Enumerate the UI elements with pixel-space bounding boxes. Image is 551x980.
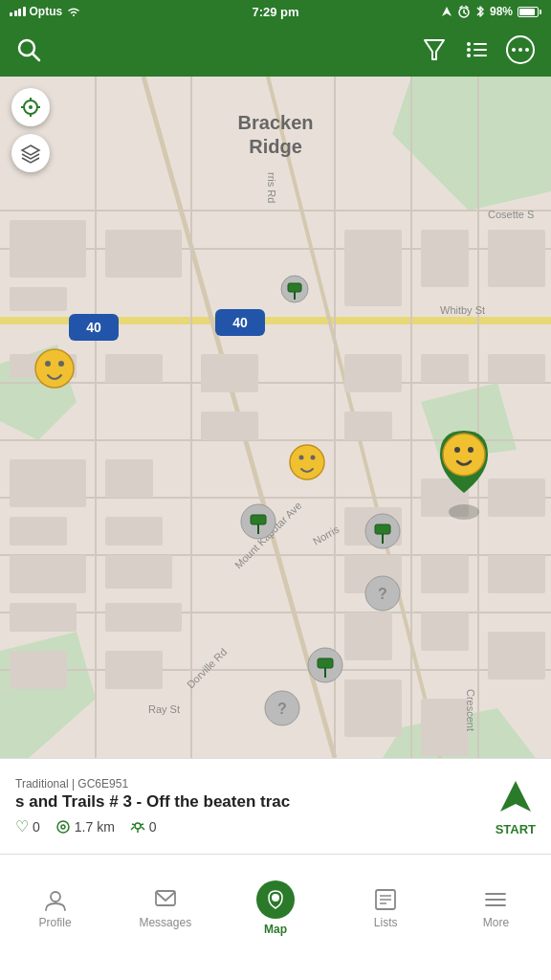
svg-point-110 [311, 456, 316, 460]
svg-rect-57 [344, 230, 402, 306]
distance-value: 1.7 km [75, 819, 115, 835]
svg-rect-54 [105, 651, 163, 689]
more-nav-label: More [483, 916, 509, 929]
svg-rect-73 [488, 632, 545, 679]
svg-text:Ridge: Ridge [249, 136, 302, 157]
svg-line-6 [33, 54, 39, 60]
svg-rect-72 [421, 612, 469, 651]
svg-rect-40 [10, 220, 86, 278]
start-button[interactable]: START [496, 777, 536, 836]
svg-text:Bracken: Bracken [238, 112, 314, 133]
svg-point-127 [135, 823, 141, 829]
nav-item-lists[interactable]: Lists [331, 878, 441, 939]
favorites-stat: ♡ 0 [15, 817, 40, 835]
svg-rect-74 [421, 699, 469, 756]
svg-line-129 [131, 827, 134, 830]
nav-item-messages[interactable]: Messages [110, 878, 220, 939]
status-bar: Optus 7:29 pm 98% [0, 0, 551, 23]
svg-rect-52 [105, 555, 172, 589]
svg-rect-116 [288, 283, 301, 292]
svg-rect-59 [344, 412, 392, 440]
svg-rect-43 [10, 459, 86, 507]
svg-point-125 [57, 821, 69, 833]
bottom-nav: Profile Messages Map Lists [0, 854, 551, 961]
svg-rect-69 [488, 479, 545, 517]
cache-panel: Traditional | GC6E951 s and Trails # 3 -… [0, 758, 551, 854]
battery-icon [518, 7, 541, 17]
svg-point-113 [454, 447, 460, 453]
svg-rect-66 [421, 354, 469, 383]
svg-line-132 [141, 824, 143, 825]
more-nav-icon [483, 887, 508, 912]
svg-point-107 [58, 361, 64, 367]
profile-icon [43, 887, 68, 912]
crosshair-button[interactable] [11, 88, 50, 126]
svg-rect-65 [488, 230, 545, 287]
more-options-button[interactable] [505, 34, 536, 65]
svg-point-134 [51, 892, 60, 902]
location-icon [441, 6, 452, 17]
layers-button[interactable] [11, 134, 50, 172]
cache-info: Traditional | GC6E951 s and Trails # 3 -… [15, 777, 484, 835]
svg-rect-100 [318, 658, 333, 668]
filter-button[interactable] [421, 36, 448, 63]
svg-point-136 [272, 894, 279, 902]
svg-rect-135 [156, 891, 175, 905]
svg-point-16 [518, 48, 522, 52]
svg-rect-90 [251, 515, 266, 524]
svg-text:Crescent: Crescent [465, 689, 476, 731]
distance-stat: 1.7 km [55, 819, 115, 835]
svg-text:?: ? [277, 701, 287, 717]
nav-item-map[interactable]: Map [220, 871, 330, 946]
nav-item-more[interactable]: More [441, 878, 551, 939]
svg-rect-44 [10, 517, 67, 546]
nav-item-profile[interactable]: Profile [0, 878, 110, 939]
lists-icon [373, 887, 398, 912]
svg-line-131 [132, 824, 135, 825]
map-pin-icon [265, 889, 286, 910]
svg-rect-67 [488, 354, 545, 383]
svg-line-2 [464, 12, 466, 14]
svg-point-9 [467, 48, 471, 52]
svg-rect-93 [375, 524, 390, 534]
status-left: Optus [10, 5, 81, 18]
messages-nav-label: Messages [139, 916, 191, 929]
svg-point-8 [467, 42, 471, 46]
favorites-count: 0 [33, 819, 40, 835]
status-time: 7:29 pm [252, 5, 298, 19]
svg-text:?: ? [378, 586, 387, 602]
heart-icon: ♡ [15, 817, 29, 835]
svg-rect-41 [10, 287, 67, 311]
svg-marker-124 [22, 145, 39, 155]
cache-name: s and Trails # 3 - Off the beaten trac [15, 792, 379, 812]
svg-text:rris Rd: rris Rd [266, 172, 277, 203]
cache-stats: ♡ 0 1.7 km 0 [15, 817, 484, 835]
svg-marker-133 [500, 781, 531, 812]
svg-point-106 [45, 361, 51, 367]
svg-text:40: 40 [86, 320, 101, 335]
profile-nav-label: Profile [39, 916, 72, 929]
svg-rect-45 [10, 555, 86, 593]
svg-rect-48 [105, 230, 182, 278]
svg-rect-55 [201, 354, 258, 392]
cache-type: Traditional | GC6E951 [15, 777, 484, 791]
svg-point-112 [443, 434, 485, 476]
svg-rect-58 [344, 354, 402, 392]
svg-rect-64 [421, 230, 469, 287]
alarm-icon [457, 5, 471, 18]
map-controls [11, 88, 50, 172]
svg-rect-46 [10, 603, 77, 632]
top-nav [0, 23, 551, 77]
svg-point-17 [525, 48, 529, 52]
list-menu-button[interactable] [463, 36, 490, 63]
svg-point-109 [299, 456, 304, 460]
map-container[interactable]: 40 40 Mount Kaputar Ave Norris Dorville … [0, 77, 551, 758]
svg-text:40: 40 [232, 315, 248, 330]
messages-icon [153, 887, 178, 912]
search-button[interactable] [15, 36, 42, 63]
svg-rect-50 [105, 459, 153, 498]
svg-point-111 [449, 504, 479, 520]
svg-rect-71 [488, 555, 545, 593]
carrier-label: Optus [30, 5, 63, 18]
battery-percent: 98% [490, 5, 513, 18]
